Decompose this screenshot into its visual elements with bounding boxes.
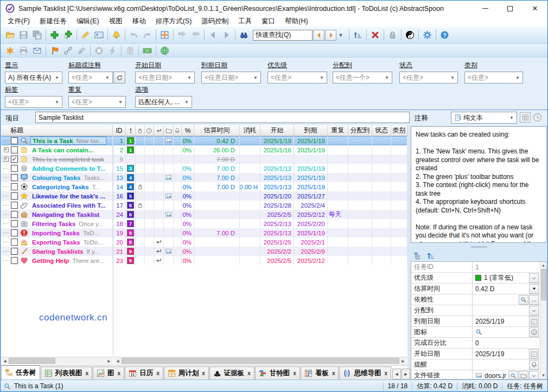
title-pane-hscrollbar[interactable]: ◄ ► (1, 357, 113, 364)
tab-close-icon[interactable]: x (86, 370, 89, 376)
filter-combo[interactable]: <任意>▼ (5, 96, 62, 108)
task-checkbox[interactable] (11, 257, 18, 264)
tab-scroll-left[interactable]: ◄ (392, 369, 401, 380)
maximize-button[interactable] (498, 1, 522, 16)
task-comments[interactable]: New tasks can be created using: 1. The '… (411, 126, 547, 243)
attribute-value[interactable]: 0.42 D (473, 284, 546, 294)
attribute-value[interactable]: doors.jr (473, 370, 546, 380)
bell-button[interactable] (110, 29, 123, 42)
header-cat[interactable]: 类别 (391, 125, 407, 136)
header-bell[interactable] (174, 125, 182, 136)
title-column-splitter[interactable] (113, 136, 113, 357)
expand-icon[interactable]: + (4, 157, 9, 162)
redo-button[interactable] (141, 29, 154, 42)
globe-button[interactable] (158, 45, 171, 56)
newsubtask-button[interactable] (61, 29, 75, 42)
tab-周计划[interactable]: 周计划x (164, 367, 209, 380)
find-button[interactable] (237, 29, 251, 42)
task-checkbox[interactable] (11, 229, 18, 236)
tab-列表视图[interactable]: 列表视图x (41, 367, 93, 380)
header-pct[interactable]: % (182, 125, 194, 136)
print-button[interactable] (17, 45, 30, 56)
header-start[interactable]: 开始 (260, 125, 294, 136)
quick-find-prev-button[interactable] (313, 30, 324, 41)
task-checkbox[interactable] (11, 239, 18, 246)
task-checkbox[interactable] (11, 211, 18, 218)
task-row[interactable]: Importing TasksToD...1980%7.00 D2025/1/1… (1, 228, 407, 237)
sortup-button[interactable] (351, 29, 365, 42)
undo-button[interactable] (127, 29, 141, 42)
task-row[interactable]: Adding Comments to T...1530%7.00 D2025/1… (1, 164, 407, 173)
task-checkbox[interactable] (11, 202, 18, 209)
quick-find-input[interactable] (253, 30, 313, 41)
header-status[interactable]: 状态 (372, 125, 391, 136)
indent-button[interactable] (175, 29, 189, 42)
money-button[interactable] (141, 45, 154, 56)
filter-combo[interactable]: <任意>▼ (399, 72, 458, 83)
task-row[interactable]: +A Task can contain...210%26.00 D2025/1/… (1, 145, 407, 155)
tab-close-icon[interactable]: x (156, 370, 160, 376)
filter-combo[interactable]: 匹配任何人, ...▼ (135, 96, 192, 108)
attribute-value[interactable] (473, 327, 546, 337)
task-row[interactable]: Associated Files with T...1760%2025/1/28… (1, 201, 407, 210)
menu-item-8[interactable]: 窗口 (257, 16, 280, 27)
gear-button[interactable] (420, 29, 434, 42)
task-row[interactable]: Exporting TasksToDo...2080%2025/1/252025… (1, 237, 407, 247)
tab-甘特图[interactable]: 甘特图x (255, 367, 300, 380)
cancelx-button[interactable] (92, 45, 106, 56)
header-id[interactable]: ID (113, 125, 126, 136)
task-row[interactable]: Likewise for the task's ...1650%2025/1/2… (1, 191, 407, 201)
browse-button[interactable] (519, 371, 528, 380)
filter-combo[interactable]: <任意>▼ (267, 72, 327, 83)
lookup-button[interactable] (519, 295, 528, 305)
yinyang-button[interactable] (403, 29, 417, 42)
bolt-button[interactable] (106, 45, 119, 56)
menu-item-7[interactable]: 工具 (233, 16, 257, 27)
scroll-button[interactable] (123, 45, 137, 56)
header-title[interactable]: 标题 (1, 125, 113, 136)
columns-pane-hscrollbar[interactable]: ◄► (114, 357, 407, 364)
filter-combo[interactable]: A) 所有任务(A)▼ (5, 72, 62, 83)
header-assign[interactable]: 分配到 (348, 125, 372, 136)
edit-button[interactable] (79, 29, 92, 42)
attributes-vscrollbar[interactable]: ▲▼ (540, 262, 546, 379)
attribute-value[interactable]: 2025/1/19 (473, 349, 546, 359)
comments-clock-button[interactable] (533, 113, 542, 122)
attribute-value[interactable]: 0 (473, 338, 546, 348)
menu-item-9[interactable]: 帮助(H) (280, 16, 313, 27)
tab-看板[interactable]: 看板x (301, 367, 339, 380)
project-input[interactable] (35, 112, 410, 123)
filter-combo[interactable]: <任意>▼ (68, 96, 126, 108)
dropdown-button[interactable] (529, 371, 539, 380)
task-checkbox[interactable] (11, 220, 18, 227)
menu-item-3[interactable]: 视图 (104, 16, 128, 27)
attribute-group-icon[interactable] (414, 252, 422, 260)
navright-button[interactable] (220, 29, 233, 42)
card-button[interactable] (92, 29, 106, 42)
attribute-value[interactable] (473, 305, 546, 316)
task-checkbox[interactable] (11, 137, 18, 144)
task-row[interactable]: Categorizing TasksT...1440%7.00 D0.00 H2… (1, 182, 407, 191)
save-button[interactable] (17, 29, 30, 42)
attribute-value[interactable]: 1 (473, 262, 546, 272)
task-row[interactable]: This is a TaskNew tas...110%0.42 D2025/1… (1, 136, 407, 145)
open-button[interactable] (3, 29, 17, 42)
comments-attributes-splitter[interactable] (411, 244, 547, 249)
email-button[interactable] (30, 45, 44, 56)
tab-close-icon[interactable]: x (202, 370, 205, 376)
task-row[interactable]: Navigating the Tasklist2460%2025/2/52025… (1, 210, 407, 219)
tab-日历[interactable]: 31日历x (125, 367, 163, 380)
menu-item-2[interactable]: 编辑(E) (72, 16, 104, 27)
help-button[interactable]: ? (438, 29, 451, 42)
menu-item-6[interactable]: 源码控制 (196, 16, 233, 27)
tab-思维导图[interactable]: 思维导图x (339, 367, 391, 380)
filter-combo[interactable]: <任意一个>▼ (333, 72, 392, 83)
filter-combo[interactable]: <任意日期>▼ (201, 72, 261, 83)
task-checkbox[interactable]: ✓ (11, 156, 18, 163)
comments-format-combo[interactable]: 纯文本▼ (451, 112, 517, 124)
header-lock[interactable] (136, 125, 145, 136)
calendar-button[interactable] (529, 317, 539, 326)
tab-任务树[interactable]: 任务树 (1, 365, 40, 380)
expand-icon[interactable]: + (4, 147, 9, 152)
task-checkbox[interactable] (11, 146, 18, 153)
